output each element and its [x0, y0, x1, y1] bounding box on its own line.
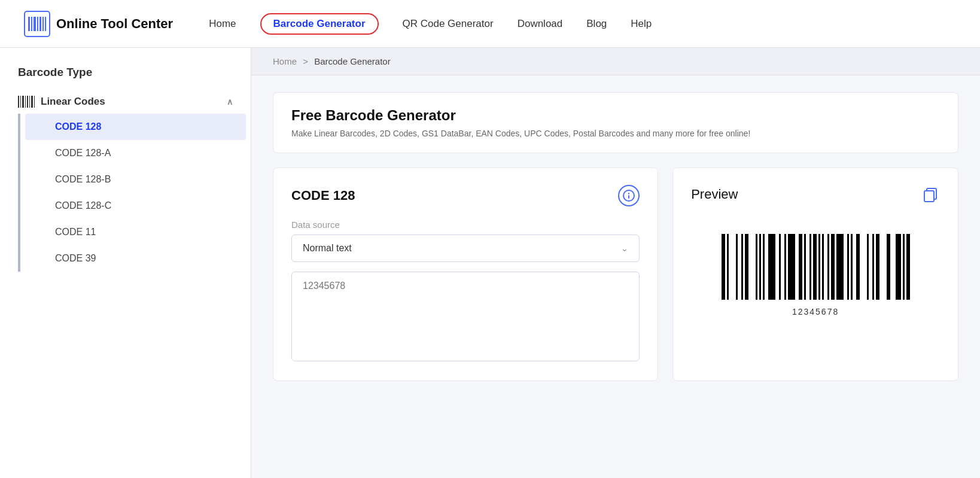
breadcrumb: Home > Barcode Generator [251, 48, 980, 75]
barcode-type-title: CODE 128 [291, 188, 355, 203]
nav-barcode-generator[interactable]: Barcode Generator [260, 13, 379, 35]
main-content: Home > Barcode Generator Free Barcode Ge… [251, 48, 980, 478]
svg-rect-18 [628, 195, 629, 199]
logo-area: Online Tool Center [24, 11, 173, 37]
page-title: Free Barcode Generator [291, 107, 940, 124]
sidebar-item-code128b[interactable]: CODE 128-B [25, 166, 246, 193]
chevron-up-icon: ∧ [227, 97, 233, 106]
svg-rect-4 [37, 17, 38, 31]
nav-qr-code[interactable]: QR Code Generator [403, 18, 494, 30]
sidebar-section-label: Linear Codes [41, 96, 105, 108]
panel-row: CODE 128 Data source Normal text ⌄ [273, 168, 958, 381]
nav-download[interactable]: Download [518, 18, 563, 30]
nav-blog[interactable]: Blog [586, 18, 607, 30]
breadcrumb-separator: > [303, 56, 308, 66]
preview-title: Preview [691, 187, 738, 202]
preview-title-row: Preview [691, 185, 940, 204]
sidebar-item-code128a[interactable]: CODE 128-A [25, 140, 246, 166]
svg-rect-1 [28, 17, 30, 31]
barcode-input[interactable] [291, 272, 640, 361]
svg-rect-20 [924, 191, 934, 202]
svg-rect-9 [20, 96, 21, 108]
svg-rect-12 [27, 96, 28, 108]
copy-icon [922, 186, 939, 203]
info-button[interactable] [618, 185, 640, 206]
svg-rect-15 [34, 96, 35, 108]
sidebar-item-code39[interactable]: CODE 39 [25, 245, 246, 272]
barcode-value-label: 12345678 [792, 307, 839, 316]
barcode-bars [722, 234, 910, 300]
breadcrumb-home[interactable]: Home [273, 56, 297, 66]
svg-rect-6 [42, 17, 44, 31]
logo-icon [24, 11, 50, 37]
content-area: Free Barcode Generator Make Linear Barco… [251, 75, 980, 398]
barcode-icon [18, 96, 35, 108]
logo-text: Online Tool Center [56, 16, 173, 32]
svg-rect-14 [31, 96, 33, 108]
left-panel: CODE 128 Data source Normal text ⌄ [273, 168, 658, 381]
header: Online Tool Center Home Barcode Generato… [0, 0, 980, 48]
svg-point-17 [628, 193, 629, 194]
chevron-down-icon: ⌄ [621, 243, 628, 253]
nav-help[interactable]: Help [631, 18, 652, 30]
dropdown-value: Normal text [303, 243, 352, 254]
data-source-label: Data source [291, 220, 640, 230]
sidebar-title: Barcode Type [0, 66, 251, 90]
svg-rect-2 [31, 17, 32, 31]
sidebar-section-linear-codes[interactable]: Linear Codes ∧ [0, 90, 251, 114]
sidebar-item-code128c[interactable]: CODE 128-C [25, 193, 246, 219]
svg-rect-5 [39, 17, 41, 31]
svg-rect-11 [25, 96, 26, 108]
breadcrumb-current: Barcode Generator [314, 56, 391, 66]
barcode-preview: 12345678 [691, 222, 940, 328]
sidebar-item-code128[interactable]: CODE 128 [25, 114, 246, 140]
svg-rect-3 [34, 17, 36, 31]
sidebar-item-code11[interactable]: CODE 11 [25, 219, 246, 245]
sidebar: Barcode Type Linear Codes ∧ CODE 128 COD… [0, 48, 251, 478]
right-panel: Preview 12345678 [672, 168, 958, 381]
svg-rect-7 [45, 17, 46, 31]
page-header-block: Free Barcode Generator Make Linear Barco… [273, 92, 958, 153]
info-icon [623, 190, 635, 202]
layout: Barcode Type Linear Codes ∧ CODE 128 COD… [0, 48, 980, 478]
page-description: Make Linear Barcodes, 2D Codes, GS1 Data… [291, 129, 940, 138]
copy-button[interactable] [921, 185, 940, 204]
svg-rect-10 [22, 96, 24, 108]
svg-rect-13 [29, 96, 30, 108]
nav-home[interactable]: Home [209, 18, 236, 30]
main-nav: Home Barcode Generator QR Code Generator… [209, 13, 956, 35]
panel-title-row: CODE 128 [291, 185, 640, 206]
svg-rect-8 [18, 96, 19, 108]
data-source-dropdown[interactable]: Normal text ⌄ [291, 235, 640, 262]
